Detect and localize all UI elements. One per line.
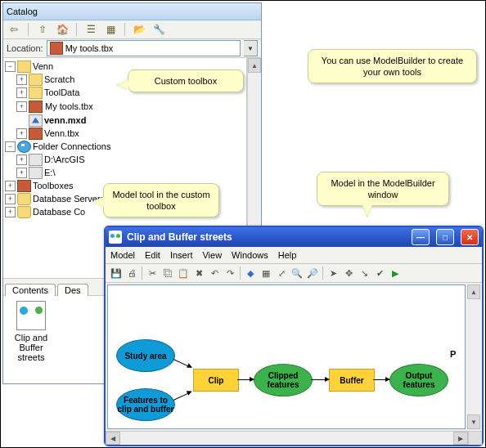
- open-icon[interactable]: 📂: [132, 22, 146, 37]
- tree-label[interactable]: ToolData: [44, 86, 79, 99]
- expand-icon[interactable]: +: [5, 207, 16, 217]
- menu-insert[interactable]: Insert: [170, 250, 193, 260]
- node-input[interactable]: Study area: [116, 339, 175, 372]
- scroll-right-icon[interactable]: ▶: [453, 432, 468, 445]
- node-input[interactable]: Features to clip and buffer: [116, 388, 175, 421]
- back-icon[interactable]: ⇦: [7, 22, 21, 37]
- tab-contents[interactable]: Contents: [5, 284, 56, 296]
- auto-layout-icon[interactable]: ▦: [259, 266, 273, 280]
- catalog-titlebar: Catalog: [3, 3, 261, 20]
- folder-icon: [17, 60, 31, 73]
- location-label: Location:: [7, 43, 43, 53]
- globe-icon: [17, 141, 31, 153]
- mb-title-text: Clip and Buffer streets: [127, 231, 232, 243]
- tree-label[interactable]: Folder Connections: [33, 140, 110, 153]
- expand-icon[interactable]: +: [16, 74, 27, 85]
- expand-icon[interactable]: +: [16, 128, 27, 139]
- scroll-track[interactable]: [467, 299, 480, 414]
- toolbox-icon: [17, 180, 31, 192]
- tree-label[interactable]: Toolboxes: [33, 179, 74, 192]
- view-list-icon[interactable]: ☰: [83, 22, 98, 37]
- expand-icon[interactable]: +: [5, 194, 16, 204]
- minimize-button[interactable]: —: [412, 229, 430, 245]
- tree-label[interactable]: My tools.tbx: [44, 99, 94, 114]
- collapse-icon[interactable]: −: [5, 61, 16, 72]
- toolbox-icon: [29, 128, 43, 140]
- mb-canvas[interactable]: Study area Features to clip and buffer C…: [107, 284, 466, 429]
- folder-icon: [29, 87, 43, 99]
- full-extent-icon[interactable]: ⤢: [274, 266, 289, 280]
- model-tool-name: Clip and Buffer streets: [8, 333, 54, 362]
- tree-label[interactable]: venn.mxd: [44, 114, 86, 127]
- scroll-track[interactable]: [120, 432, 453, 445]
- menu-model[interactable]: Model: [110, 250, 135, 260]
- zoom-out-icon[interactable]: 🔎: [305, 266, 320, 280]
- add-data-icon[interactable]: ◆: [243, 266, 258, 280]
- save-icon[interactable]: 💾: [109, 266, 124, 280]
- resize-grip[interactable]: [468, 432, 482, 445]
- scroll-up-icon[interactable]: ▲: [248, 58, 261, 73]
- paste-icon[interactable]: 📋: [176, 266, 191, 280]
- delete-icon[interactable]: ✖: [191, 266, 206, 280]
- model-icon: [16, 301, 46, 330]
- scroll-down-icon[interactable]: ▼: [467, 414, 480, 429]
- tree-label[interactable]: E:\: [44, 166, 55, 179]
- tree-label[interactable]: Scratch: [44, 73, 74, 86]
- database-icon: [17, 206, 31, 218]
- connect-icon[interactable]: ↘: [357, 266, 371, 280]
- home-icon[interactable]: 🏠: [55, 22, 70, 37]
- up-icon[interactable]: ⇧: [35, 22, 50, 37]
- drive-icon: [29, 154, 43, 166]
- connector: [173, 359, 191, 368]
- toolbox-icon: [29, 101, 43, 113]
- connector: [173, 392, 191, 401]
- node-tool[interactable]: Clip: [193, 369, 239, 392]
- expand-icon[interactable]: +: [16, 101, 27, 112]
- tab-description[interactable]: Des: [57, 284, 88, 296]
- maximize-button[interactable]: □: [436, 229, 454, 245]
- zoom-in-icon[interactable]: 🔍: [290, 266, 304, 280]
- cut-icon[interactable]: ✂: [145, 266, 160, 280]
- collapse-icon[interactable]: −: [5, 141, 16, 152]
- location-input[interactable]: My tools.tbx: [47, 40, 241, 56]
- options-icon[interactable]: 🔧: [151, 22, 166, 37]
- copy-icon[interactable]: ⿻: [160, 266, 175, 280]
- validate-icon[interactable]: ✔: [372, 266, 387, 280]
- menu-help[interactable]: Help: [278, 250, 297, 260]
- database-icon: [17, 193, 31, 205]
- menu-edit[interactable]: Edit: [145, 250, 160, 260]
- mb-titlebar[interactable]: Clip and Buffer streets — □ ✕: [106, 227, 482, 247]
- param-marker: P: [450, 349, 456, 359]
- pan-icon[interactable]: ✥: [341, 266, 356, 280]
- mb-hscrollbar[interactable]: ◀ ▶: [106, 432, 468, 445]
- view-tile-icon[interactable]: ▦: [103, 22, 118, 37]
- model-tool-item[interactable]: Clip and Buffer streets: [8, 301, 54, 379]
- menu-windows[interactable]: Windows: [232, 250, 268, 260]
- tree-label[interactable]: Venn.tbx: [44, 127, 79, 140]
- tree-label[interactable]: Venn: [33, 60, 53, 73]
- node-output[interactable]: Clipped features: [254, 364, 313, 396]
- node-output[interactable]: Output features: [389, 364, 448, 396]
- undo-icon[interactable]: ↶: [207, 266, 222, 280]
- tree-label[interactable]: D:\ArcGIS: [44, 153, 85, 166]
- select-icon[interactable]: ➤: [326, 266, 340, 280]
- scroll-up-icon[interactable]: ▲: [467, 284, 480, 299]
- model-icon: [109, 231, 122, 244]
- location-value: My tools.tbx: [65, 43, 114, 53]
- print-icon[interactable]: 🖨: [124, 266, 139, 280]
- expand-icon[interactable]: +: [16, 87, 27, 98]
- location-dropdown[interactable]: ▼: [244, 40, 258, 56]
- expand-icon[interactable]: +: [5, 181, 16, 191]
- menu-view[interactable]: View: [202, 250, 222, 260]
- scroll-left-icon[interactable]: ◀: [106, 432, 120, 445]
- node-tool[interactable]: Buffer: [329, 369, 375, 392]
- expand-icon[interactable]: +: [16, 155, 27, 165]
- tree-label[interactable]: Database Co: [33, 205, 85, 218]
- folder-icon: [29, 74, 43, 86]
- run-icon[interactable]: ▶: [388, 266, 403, 280]
- mb-vscrollbar[interactable]: ▲ ▼: [467, 284, 480, 429]
- redo-icon[interactable]: ↷: [223, 266, 237, 280]
- expand-icon[interactable]: +: [16, 168, 27, 178]
- catalog-toolbar: ⇦ ⇧ 🏠 ☰ ▦ 📂 🔧: [3, 20, 261, 39]
- close-button[interactable]: ✕: [461, 229, 479, 245]
